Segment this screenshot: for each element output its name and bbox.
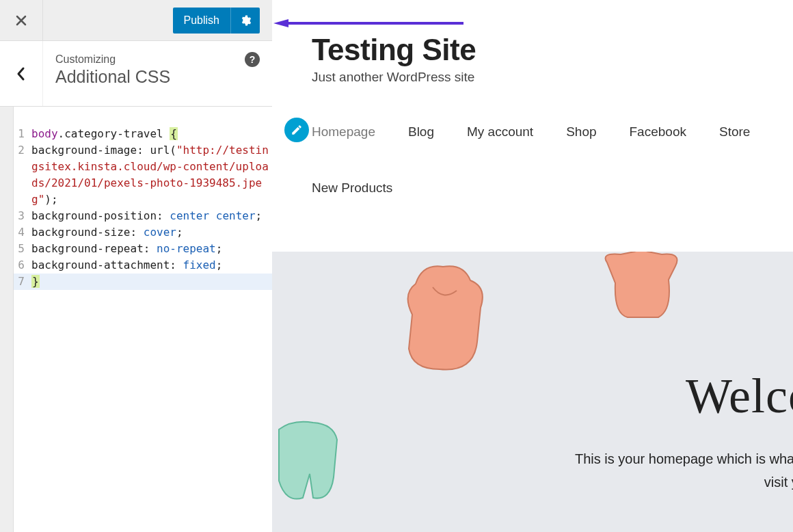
nav-item-new-products[interactable]: New Products xyxy=(312,181,392,195)
publish-button[interactable]: Publish xyxy=(173,8,260,34)
site-title[interactable]: Testing Site xyxy=(312,34,753,66)
editor-line[interactable]: 6background-attachment: fixed; xyxy=(14,257,272,274)
editor-gutter xyxy=(0,107,14,532)
primary-nav: HomepageBlogMy accountShopFacebookStore xyxy=(272,104,793,139)
panel-header: Customizing Additional CSS ? xyxy=(0,41,272,107)
panel-title: Additional CSS xyxy=(55,67,261,87)
gear-icon xyxy=(239,14,252,27)
close-icon xyxy=(14,14,28,27)
nav-item-facebook[interactable]: Facebook xyxy=(630,124,686,139)
nav-item-shop[interactable]: Shop xyxy=(566,124,596,139)
nav-item-my-account[interactable]: My account xyxy=(467,124,533,139)
line-number: 7 xyxy=(14,274,29,290)
illustration-hoodie xyxy=(395,260,498,376)
help-icon: ? xyxy=(250,54,256,65)
publish-settings-toggle[interactable] xyxy=(230,8,260,34)
secondary-nav: New Products xyxy=(272,139,793,209)
line-number: 3 xyxy=(14,208,29,224)
back-button[interactable] xyxy=(0,41,43,106)
editor-line[interactable]: 5background-repeat: no-repeat; xyxy=(14,241,272,257)
code-content[interactable]: background-size: cover; xyxy=(29,224,183,241)
publish-label: Publish xyxy=(173,14,230,27)
hero-area: Welco This is your homepage which is wha… xyxy=(272,252,793,532)
editor-line[interactable]: 4background-size: cover; xyxy=(14,224,272,241)
line-number: 2 xyxy=(14,142,29,208)
hero-title: Welco xyxy=(686,368,793,425)
code-content[interactable]: body.category-travel { xyxy=(29,126,178,142)
hero-subtitle-2: visit you xyxy=(764,475,793,490)
code-content[interactable]: } xyxy=(29,274,40,290)
editor-line[interactable]: 1body.category-travel { xyxy=(14,126,272,142)
line-number: 1 xyxy=(14,126,29,142)
editor-line[interactable]: 7} xyxy=(14,274,272,290)
close-button[interactable] xyxy=(0,0,43,41)
panel-titles: Customizing Additional CSS ? xyxy=(43,41,272,106)
pencil-icon xyxy=(291,124,303,136)
edit-shortcut-button[interactable] xyxy=(284,118,309,142)
nav-item-store[interactable]: Store xyxy=(719,124,750,139)
topbar-actions: Publish xyxy=(43,8,272,34)
code-content[interactable]: background-position: center center; xyxy=(29,208,262,224)
editor-line[interactable]: 3background-position: center center; xyxy=(14,208,272,224)
nav-item-blog[interactable]: Blog xyxy=(408,124,434,139)
code-content[interactable]: background-image: url("http://testingsit… xyxy=(29,142,272,208)
editor-line[interactable]: 2background-image: url("http://testingsi… xyxy=(14,142,272,208)
site-header: Testing Site Just another WordPress site xyxy=(272,0,793,104)
illustration-shirt xyxy=(593,252,689,324)
help-button[interactable]: ? xyxy=(245,52,260,67)
css-editor[interactable]: 1body.category-travel {2background-image… xyxy=(14,107,272,532)
site-tagline: Just another WordPress site xyxy=(312,70,753,85)
line-number: 5 xyxy=(14,241,29,257)
nav-item-homepage[interactable]: Homepage xyxy=(312,124,375,139)
illustration-shorts xyxy=(272,416,347,511)
breadcrumb: Customizing xyxy=(55,53,261,66)
line-number: 6 xyxy=(14,257,29,274)
line-number: 4 xyxy=(14,224,29,241)
hero-subtitle-1: This is your homepage which is what m xyxy=(543,451,793,467)
code-content[interactable]: background-attachment: fixed; xyxy=(29,257,222,274)
customizer-topbar: Publish xyxy=(0,0,272,41)
code-content[interactable]: background-repeat: no-repeat; xyxy=(29,241,222,257)
chevron-left-icon xyxy=(15,66,27,81)
